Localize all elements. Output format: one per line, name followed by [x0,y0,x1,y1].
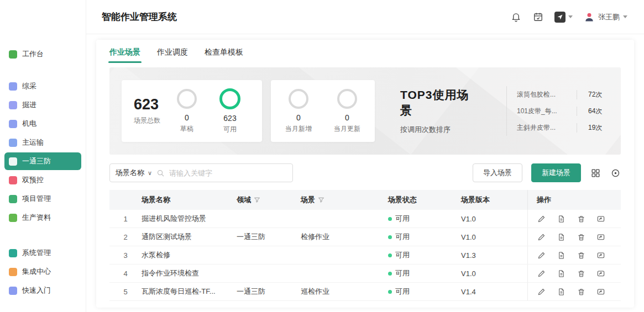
scene-type: 巡检作业 [301,287,388,297]
sidebar-item-integration-center[interactable]: 集成中心 [4,263,81,281]
scene-name: 通防区测试场景 [142,232,237,242]
table-row[interactable]: 1 掘进机风险管控场景 可用 V1.0 [109,210,621,228]
module-icon [9,157,17,166]
sidebar-item-label: 一通三防 [22,156,51,166]
scene-domain: 一通三防 [237,287,301,297]
stat-month-updated: 0 当月更新 [327,89,367,134]
top3-item-name: 滚筒包胶检... [517,90,577,99]
status-cell: 可用 [388,250,461,260]
chevron-down-icon [568,15,573,18]
stat-card-monthly: 0 当月新增 0 当月更新 [271,80,375,142]
share-icon[interactable] [596,232,605,241]
table-toolbar: 场景名称 ∨ 导入场景 新建场景 [109,163,621,182]
edit-icon[interactable] [537,232,546,241]
share-icon[interactable] [596,251,605,260]
table-header-row: 场景名称 领域 场景 场景状态 场景版本 操作 [109,190,621,210]
settings-icon[interactable] [610,167,621,178]
sidebar-item-workbench[interactable]: 工作台 [4,45,81,63]
scene-table: 场景名称 领域 场景 场景状态 场景版本 操作 [109,190,621,301]
top3-item[interactable]: 滚筒包胶检... 72次 [517,86,609,103]
copy-icon[interactable] [557,232,566,241]
status-text: 可用 [395,287,410,297]
user-menu[interactable]: 张王鹏 [584,12,627,23]
create-scene-button[interactable]: 新建场景 [531,163,581,182]
row-actions [527,246,621,264]
sidebar-item-yitongsanfang[interactable]: 一通三防 [4,152,81,170]
search-input[interactable] [169,169,287,177]
delete-icon[interactable] [577,214,585,223]
top-bar: 智能作业管理系统 张王鹏 [86,0,644,34]
copy-icon[interactable] [557,269,566,278]
edit-icon[interactable] [537,269,546,278]
total-scenes-value: 623 [134,97,160,113]
module-icon [9,101,17,109]
search-field-label: 场景名称 [116,168,144,178]
apps-menu[interactable] [554,12,573,23]
top3-item[interactable]: 主斜井皮带... 19次 [517,119,609,136]
edit-icon[interactable] [537,287,546,296]
module-icon [9,139,17,147]
row-actions [527,265,621,282]
status-dot [388,217,392,221]
sidebar-item-jidian[interactable]: 机电 [4,115,81,133]
edit-icon[interactable] [537,251,546,260]
status-text: 可用 [395,250,410,260]
sidebar-item-project-mgmt[interactable]: 项目管理 [4,190,81,208]
sidebar-item-shuangyukong[interactable]: 双预控 [4,171,81,189]
sidebar-item-production-data[interactable]: 生产资料 [4,209,81,226]
table-row[interactable]: 4 指令作业环境检查 可用 V1.0 [109,265,621,283]
top3-item-count: 64次 [577,107,609,116]
calendar-icon[interactable] [532,12,543,23]
delete-icon[interactable] [577,287,585,296]
status-text: 可用 [395,214,410,224]
stat-label: 草稿 [180,124,193,134]
row-index: 5 [109,288,142,296]
chevron-down-icon [623,15,627,18]
sidebar-item-system-mgmt[interactable]: 系统管理 [4,244,81,262]
sidebar-item-zongcai[interactable]: 综采 [4,77,81,95]
top3-item-name: 101皮带_每... [517,107,577,116]
table-row[interactable]: 2 通防区测试场景 一通三防 检修作业 可用 V1.0 [109,228,621,246]
bell-icon[interactable] [510,12,521,23]
copy-icon[interactable] [557,251,566,260]
filter-icon[interactable] [318,197,324,203]
tab-scene[interactable]: 作业场景 [109,47,140,63]
tab-bar: 作业场景 作业调度 检查单模板 [109,47,621,63]
row-actions [527,283,621,300]
delete-icon[interactable] [577,269,585,278]
scene-type: 检修作业 [301,232,388,242]
grid-view-icon[interactable] [590,167,601,178]
status-cell: 可用 [388,287,461,297]
share-icon[interactable] [596,214,605,223]
table-row[interactable]: 3 水泵检修 可用 V1.3 [109,246,621,265]
tab-checklist-template[interactable]: 检查单模板 [205,47,243,63]
top3-item[interactable]: 101皮带_每... 64次 [517,103,609,119]
edit-icon[interactable] [537,214,546,223]
status-cell: 可用 [388,232,461,242]
share-icon[interactable] [596,269,605,278]
sidebar-item-quick-start[interactable]: 快速入门 [4,282,81,299]
sidebar-item-label: 项目管理 [22,194,51,204]
delete-icon[interactable] [577,251,585,260]
sidebar-item-juejin[interactable]: 掘进 [4,96,81,114]
col-domain[interactable]: 领域 [237,195,301,205]
sidebar-item-label: 双预控 [22,175,44,185]
sidebar-item-zhuyunshu[interactable]: 主运输 [4,134,81,151]
total-block: 623 场景总数 [134,97,160,126]
copy-icon[interactable] [557,214,566,223]
search-field-select[interactable]: 场景名称 ∨ [116,168,152,178]
delete-icon[interactable] [577,232,585,241]
import-scene-button[interactable]: 导入场景 [473,163,522,182]
stat-draft: 0 草稿 [167,89,207,134]
filter-icon[interactable] [254,197,260,203]
top3-title: TOP3使用场景 [400,87,481,118]
col-scene[interactable]: 场景 [301,195,388,205]
tab-schedule[interactable]: 作业调度 [157,47,188,63]
sidebar-item-label: 快速入门 [22,285,51,295]
copy-icon[interactable] [557,287,566,296]
col-status: 场景状态 [388,195,461,205]
table-row[interactable]: 5 瓦斯浓度每日巡检-TF... 一通三防 巡检作业 可用 V1.4 [109,283,621,301]
share-icon[interactable] [596,287,605,296]
tab-label: 作业调度 [157,47,188,56]
col-label: 场景 [301,195,315,205]
